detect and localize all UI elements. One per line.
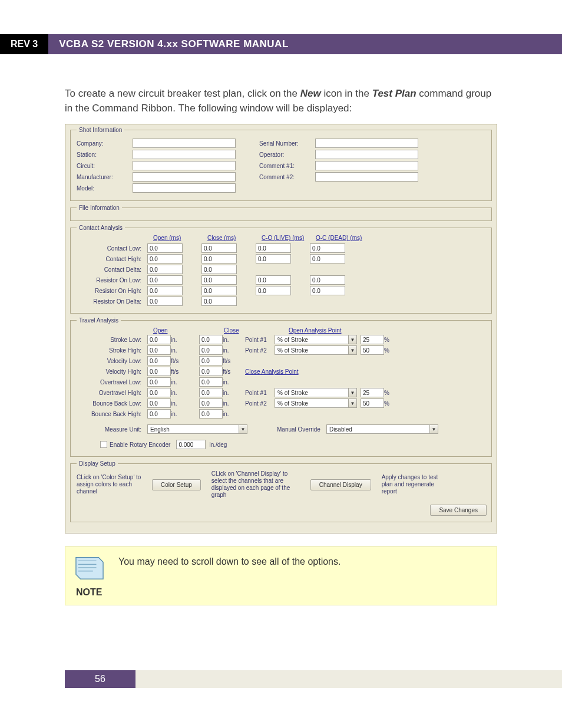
contact-low-co[interactable] bbox=[256, 243, 291, 253]
unit-pct: % bbox=[384, 400, 401, 407]
company-label: Company: bbox=[77, 140, 127, 147]
contact-delta-open[interactable] bbox=[147, 265, 183, 274]
contact-low-open[interactable] bbox=[147, 243, 183, 253]
manufacturer-input[interactable] bbox=[133, 172, 236, 182]
oap-point1-input[interactable] bbox=[361, 335, 384, 344]
cap-point1-select[interactable]: % of Stroke▼ bbox=[275, 388, 357, 397]
station-input[interactable] bbox=[133, 150, 236, 159]
bounce-low-open[interactable] bbox=[147, 398, 171, 408]
rotary-encoder-input[interactable] bbox=[176, 440, 206, 449]
col-oap: Open Analysis Point bbox=[289, 327, 465, 334]
model-label: Model: bbox=[77, 185, 127, 192]
velocity-low-close[interactable] bbox=[199, 356, 223, 365]
overtravel-low-label: Overtravel Low: bbox=[77, 379, 147, 386]
comment2-input[interactable] bbox=[315, 172, 418, 182]
chevron-down-icon: ▼ bbox=[348, 346, 356, 354]
velocity-high-open[interactable] bbox=[147, 367, 171, 376]
resistor-high-oc[interactable] bbox=[310, 286, 345, 295]
contact-low-oc[interactable] bbox=[310, 243, 345, 253]
chevron-down-icon: ▼ bbox=[429, 425, 438, 433]
intro-testplan: Test Plan bbox=[372, 88, 416, 99]
oap-point2-select[interactable]: % of Stroke▼ bbox=[275, 345, 357, 355]
col-close: Close (ms) bbox=[207, 235, 262, 241]
cap-point2-input[interactable] bbox=[361, 398, 384, 408]
operator-input[interactable] bbox=[315, 150, 418, 159]
stroke-high-close[interactable] bbox=[199, 345, 223, 355]
unit-pct: % bbox=[384, 347, 401, 354]
save-changes-button[interactable]: Save Changes bbox=[430, 505, 487, 516]
contact-high-close[interactable] bbox=[201, 254, 237, 263]
velocity-low-label: Velocity Low: bbox=[77, 358, 147, 364]
overtravel-low-open[interactable] bbox=[147, 377, 171, 387]
velocity-low-open[interactable] bbox=[147, 356, 171, 365]
stroke-low-close[interactable] bbox=[199, 335, 223, 344]
manual-override-select[interactable]: Disabled▼ bbox=[326, 424, 438, 434]
channel-display-button[interactable]: Channel Display bbox=[310, 479, 371, 490]
unit-in: in. bbox=[223, 379, 239, 386]
resistor-high-open[interactable] bbox=[147, 286, 183, 295]
unit-in: in. bbox=[223, 411, 239, 417]
resistor-low-close[interactable] bbox=[201, 275, 237, 285]
overtravel-low-close[interactable] bbox=[199, 377, 223, 387]
circuit-input[interactable] bbox=[133, 161, 236, 170]
serial-input[interactable] bbox=[315, 139, 418, 148]
oap-point1-value: % of Stroke bbox=[275, 337, 348, 343]
contact-high-co[interactable] bbox=[256, 254, 291, 263]
resistor-high-close[interactable] bbox=[201, 286, 237, 295]
resistor-delta-label: Resistor On Delta: bbox=[77, 298, 147, 305]
intro-new: New bbox=[300, 88, 321, 99]
stroke-high-label: Stroke High: bbox=[77, 347, 147, 354]
note-icon bbox=[72, 554, 107, 582]
note-text: You may need to scroll down to see all o… bbox=[118, 554, 340, 567]
point2-label: Point #2 bbox=[245, 347, 275, 354]
measure-unit-select[interactable]: English▼ bbox=[147, 424, 247, 434]
resistor-low-co[interactable] bbox=[256, 275, 291, 285]
resistor-delta-open[interactable] bbox=[147, 297, 183, 306]
bounce-high-close[interactable] bbox=[199, 409, 223, 419]
contact-high-oc[interactable] bbox=[310, 254, 345, 263]
velocity-high-close[interactable] bbox=[199, 367, 223, 376]
serial-label: Serial Number: bbox=[259, 140, 309, 147]
comment1-input[interactable] bbox=[315, 161, 418, 170]
color-setup-text: CLick on 'Color Setup' to assign colors … bbox=[77, 474, 141, 495]
unit-fts: ft/s bbox=[223, 368, 239, 375]
circuit-label: Circuit: bbox=[77, 163, 127, 169]
company-input[interactable] bbox=[133, 139, 236, 148]
cap-point1-value: % of Stroke bbox=[275, 390, 348, 396]
unit-in: in. bbox=[223, 347, 239, 354]
color-setup-button[interactable]: Color Setup bbox=[152, 479, 201, 490]
bounce-high-open[interactable] bbox=[147, 409, 171, 419]
oap-point1-select[interactable]: % of Stroke▼ bbox=[275, 335, 357, 344]
stroke-high-open[interactable] bbox=[147, 345, 171, 355]
overtravel-high-close[interactable] bbox=[199, 388, 223, 397]
velocity-high-label: Velocity High: bbox=[77, 368, 147, 375]
col-close-travel: Close bbox=[224, 327, 289, 334]
file-info-group: File Information bbox=[70, 205, 492, 221]
col-open-travel: Open bbox=[153, 327, 224, 334]
contact-low-label: Contact Low: bbox=[77, 245, 147, 252]
resistor-high-co[interactable] bbox=[256, 286, 291, 295]
resistor-delta-close[interactable] bbox=[201, 297, 237, 306]
bounce-high-label: Bounce Back High: bbox=[77, 411, 147, 417]
shot-info-legend: Shot Information bbox=[77, 127, 124, 133]
overtravel-high-open[interactable] bbox=[147, 388, 171, 397]
stroke-low-label: Stroke Low: bbox=[77, 337, 147, 343]
resistor-low-label: Resistor On Low: bbox=[77, 277, 147, 284]
chevron-down-icon: ▼ bbox=[348, 335, 356, 344]
cap-point1-input[interactable] bbox=[361, 388, 384, 397]
cap-point2-select[interactable]: % of Stroke▼ bbox=[275, 398, 357, 408]
unit-in: in. bbox=[223, 337, 239, 343]
display-setup-group: Display Setup CLick on 'Color Setup' to … bbox=[70, 460, 492, 522]
rotary-encoder-checkbox[interactable] bbox=[100, 441, 107, 448]
resistor-low-open[interactable] bbox=[147, 275, 183, 285]
stroke-low-open[interactable] bbox=[147, 335, 171, 344]
resistor-low-oc[interactable] bbox=[310, 275, 345, 285]
oap-point2-input[interactable] bbox=[361, 345, 384, 355]
model-input[interactable] bbox=[133, 183, 236, 193]
contact-low-close[interactable] bbox=[201, 243, 237, 253]
note-box: You may need to scroll down to see all o… bbox=[65, 546, 497, 605]
bounce-low-close[interactable] bbox=[199, 398, 223, 408]
contact-delta-close[interactable] bbox=[201, 265, 237, 274]
contact-high-open[interactable] bbox=[147, 254, 183, 263]
manufacturer-label: Manufacturer: bbox=[77, 174, 127, 180]
